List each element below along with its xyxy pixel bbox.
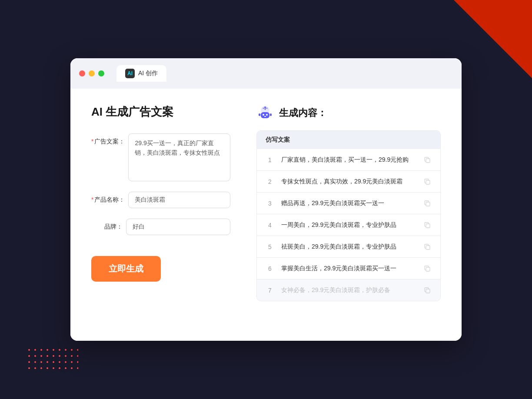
result-number: 7 [266,287,274,294]
ad-copy-label: *广告文案： [91,133,125,146]
title-bar: AI AI 创作 [70,58,462,89]
product-name-group: *产品名称： [91,192,230,208]
bg-decoration-triangle [454,0,532,78]
result-table: 仿写文案 1厂家直销，美白淡斑霜，买一送一，29.9元抢购 2专抹女性斑点，真实… [256,130,441,301]
svg-rect-4 [264,116,266,117]
browser-window: AI AI 创作 AI 生成广告文案 *广告文案： *产品名称： [70,58,462,341]
result-title: 生成内容： [279,106,327,120]
main-content: AI 生成广告文案 *广告文案： *产品名称： 品牌： 立 [70,89,462,341]
svg-rect-15 [426,246,430,249]
table-row: 5祛斑美白，29.9元美白淡斑霜，专业护肤品 [257,236,440,258]
copy-icon[interactable] [423,264,432,273]
ad-copy-group: *广告文案： [91,133,230,181]
browser-tab[interactable]: AI AI 创作 [116,65,166,82]
tab-icon-text: AI [127,70,133,76]
table-row: 3赠品再送，29.9元美白淡斑霜买一送一 [257,193,440,214]
svg-rect-7 [259,113,260,116]
maximize-button[interactable] [98,70,104,76]
result-number: 3 [266,200,274,207]
copy-icon[interactable] [423,199,432,208]
result-text: 掌握美白生活，29.9元美白淡斑霜买一送一 [281,264,416,273]
result-rows: 1厂家直销，美白淡斑霜，买一送一，29.9元抢购 2专抹女性斑点，真实功效，29… [257,149,440,301]
svg-point-9 [263,108,264,109]
svg-rect-14 [426,224,430,228]
table-row: 7女神必备，29.9元美白淡斑霜，护肤必备 [257,279,440,301]
generate-button[interactable]: 立即生成 [91,256,161,282]
result-text: 赠品再送，29.9元美白淡斑霜买一送一 [281,199,416,208]
result-text: 厂家直销，美白淡斑霜，买一送一，29.9元抢购 [281,155,416,164]
copy-icon[interactable] [423,286,432,295]
traffic-lights [79,70,104,76]
result-text: 一周美白，29.9元美白淡斑霜，专业护肤品 [281,220,416,229]
brand-group: 品牌： [91,219,230,235]
left-panel: AI 生成广告文案 *广告文案： *产品名称： 品牌： 立 [91,104,230,325]
table-row: 1厂家直销，美白淡斑霜，买一送一，29.9元抢购 [257,149,440,171]
product-name-label: *产品名称： [91,192,125,204]
svg-rect-8 [270,113,272,116]
svg-rect-11 [426,159,430,163]
svg-rect-1 [261,112,269,118]
svg-rect-3 [266,114,268,116]
page-title: AI 生成广告文案 [91,104,230,120]
bg-decoration-dots [26,347,78,373]
result-number: 1 [266,156,274,163]
result-number: 5 [266,243,274,250]
required-star: * [91,138,93,145]
ad-copy-input[interactable] [128,133,230,181]
required-star-2: * [91,196,93,203]
result-text: 专抹女性斑点，真实功效，29.9元美白淡斑霜 [281,177,416,186]
tab-title: AI 创作 [138,70,158,77]
result-number: 2 [266,178,274,185]
brand-label: 品牌： [91,219,123,231]
svg-rect-2 [263,114,264,116]
product-name-input[interactable] [128,192,230,208]
robot-icon [256,104,274,122]
copy-icon[interactable] [423,243,432,251]
table-row: 4一周美白，29.9元美白淡斑霜，专业护肤品 [257,214,440,236]
copy-icon[interactable] [423,156,432,164]
svg-rect-12 [426,180,430,184]
table-row: 2专抹女性斑点，真实功效，29.9元美白淡斑霜 [257,171,440,193]
minimize-button[interactable] [89,70,95,76]
copy-icon[interactable] [423,177,432,186]
result-text: 女神必备，29.9元美白淡斑霜，护肤必备 [281,286,416,295]
tab-icon: AI [125,69,135,78]
table-header: 仿写文案 [257,131,440,149]
svg-rect-16 [426,267,430,271]
svg-rect-13 [426,202,430,206]
result-header: 生成内容： [256,104,441,122]
copy-icon[interactable] [423,221,432,229]
brand-input[interactable] [126,219,230,235]
right-panel: 生成内容： 仿写文案 1厂家直销，美白淡斑霜，买一送一，29.9元抢购 2专抹女… [256,104,441,325]
svg-point-10 [266,108,268,109]
svg-point-6 [264,106,266,108]
result-number: 6 [266,265,274,272]
close-button[interactable] [79,70,85,76]
result-number: 4 [266,222,274,229]
svg-rect-17 [426,289,430,293]
table-row: 6掌握美白生活，29.9元美白淡斑霜买一送一 [257,258,440,279]
result-text: 祛斑美白，29.9元美白淡斑霜，专业护肤品 [281,242,416,251]
